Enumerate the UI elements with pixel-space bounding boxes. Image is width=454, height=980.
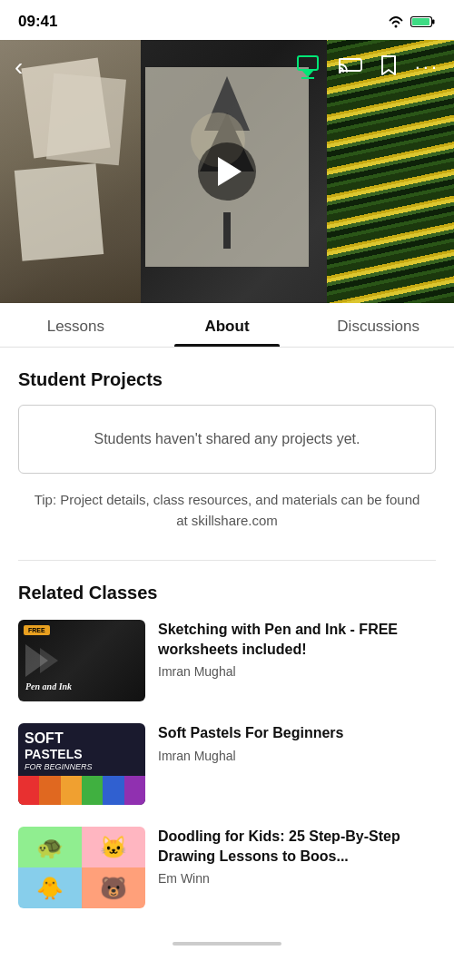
tabs-bar: Lessons About Discussions	[0, 303, 454, 348]
tab-lessons[interactable]: Lessons	[0, 303, 152, 347]
play-icon	[218, 157, 242, 186]
home-indicator	[0, 930, 454, 957]
more-options-button[interactable]: ···	[415, 57, 439, 77]
status-icons	[387, 15, 436, 28]
class-info-pen-ink: Sketching with Pen and Ink - FREE worksh…	[158, 620, 436, 679]
svg-rect-3	[432, 20, 435, 24]
tab-discussions[interactable]: Discussions	[302, 303, 454, 347]
empty-projects-message: Students haven't shared any projects yet…	[94, 431, 360, 446]
status-bar: 09:41	[0, 0, 454, 40]
svg-rect-2	[412, 18, 429, 25]
video-player[interactable]: ‹	[0, 40, 454, 303]
bookmark-button[interactable]	[380, 54, 397, 80]
tip-text: Tip: Project details, class resources, a…	[18, 490, 436, 531]
section-divider	[18, 560, 436, 561]
class-thumb-pastels: SOFT PASTELS For Beginners	[18, 723, 145, 805]
video-topbar: ‹	[0, 40, 454, 94]
class-info-doodle: Doodling for Kids: 25 Step-By-Step Drawi…	[158, 827, 436, 886]
home-bar	[173, 942, 281, 946]
related-classes-title: Related Classes	[18, 583, 436, 603]
class-card-pen-ink[interactable]: Pen and Ink FREE Sketching with Pen and …	[18, 620, 436, 701]
play-button[interactable]	[198, 142, 256, 201]
wifi-icon	[387, 15, 405, 28]
back-button[interactable]: ‹	[15, 53, 23, 82]
empty-projects-box: Students haven't shared any projects yet…	[18, 405, 436, 474]
class-name-pen-ink: Sketching with Pen and Ink - FREE worksh…	[158, 620, 436, 659]
svg-point-0	[395, 25, 398, 28]
status-time: 09:41	[18, 13, 57, 31]
class-thumb-doodle: 🐢 🐱 🐥 🐻	[18, 827, 145, 908]
cast-button[interactable]	[339, 56, 362, 78]
class-card-doodle[interactable]: 🐢 🐱 🐥 🐻 Doodling for Kids: 25 Step-By-St…	[18, 827, 436, 908]
class-info-pastels: Soft Pastels For Beginners Imran Mughal	[158, 723, 436, 763]
student-projects-title: Student Projects	[18, 369, 436, 390]
battery-icon	[410, 15, 436, 28]
video-controls-right: ···	[295, 54, 439, 80]
class-author-pastels: Imran Mughal	[158, 749, 436, 763]
airplay-button[interactable]	[295, 55, 321, 79]
tab-about[interactable]: About	[152, 303, 303, 347]
class-author-pen-ink: Imran Mughal	[158, 664, 436, 679]
class-card-pastels[interactable]: SOFT PASTELS For Beginners Soft Pastels …	[18, 723, 436, 805]
class-author-doodle: Em Winn	[158, 871, 436, 886]
main-content: Student Projects Students haven't shared…	[0, 348, 454, 908]
class-thumb-pen-ink: Pen and Ink FREE	[18, 620, 145, 701]
class-name-doodle: Doodling for Kids: 25 Step-By-Step Drawi…	[158, 827, 436, 866]
class-name-pastels: Soft Pastels For Beginners	[158, 723, 436, 743]
